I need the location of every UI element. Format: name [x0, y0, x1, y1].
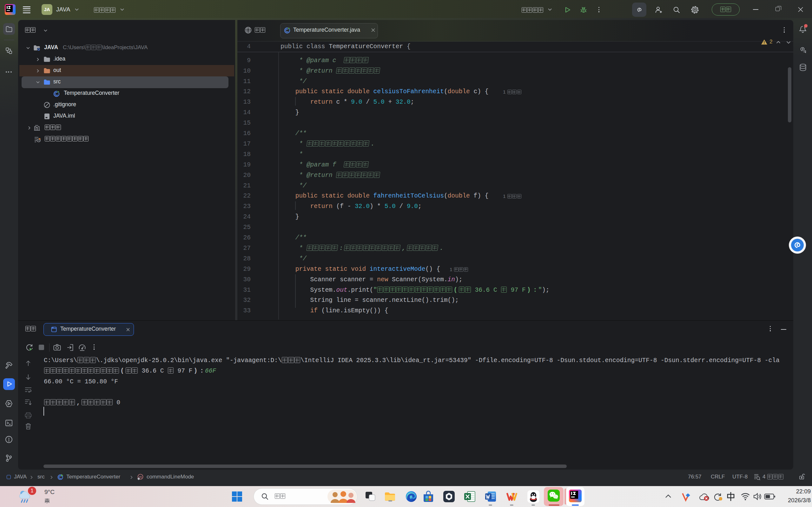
svg-text:m: m [139, 475, 142, 479]
